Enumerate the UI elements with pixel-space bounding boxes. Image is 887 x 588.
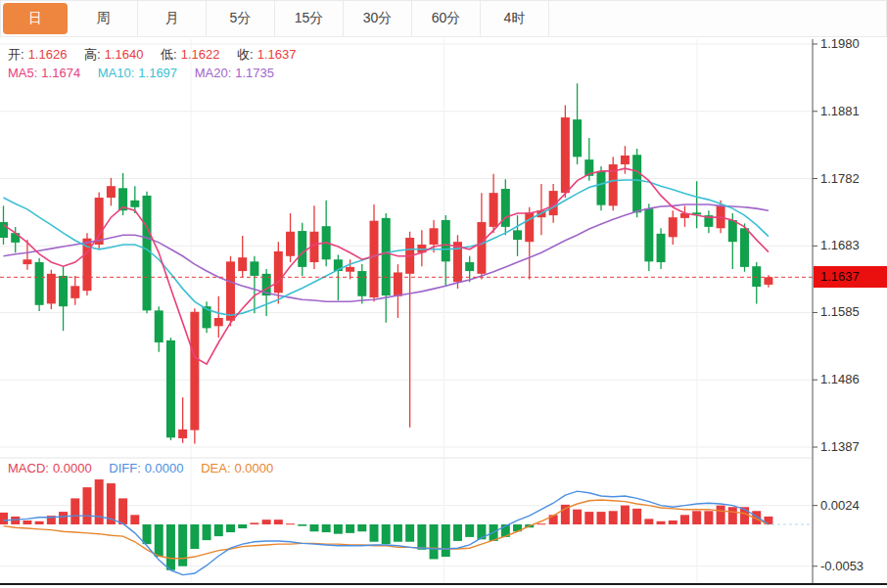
macd-bar <box>130 515 139 524</box>
close-value: 1.1637 <box>257 47 297 62</box>
price-axis-label: 1.1486 <box>820 372 860 386</box>
candle <box>657 234 666 262</box>
macd-bar <box>346 524 354 533</box>
macd-bar <box>286 523 295 524</box>
macd-bar <box>23 520 31 524</box>
macd-bar <box>394 524 402 542</box>
ma5-label: MA5: <box>8 66 37 80</box>
macd-bar <box>417 524 426 550</box>
candle <box>597 171 606 205</box>
candle <box>621 156 630 164</box>
macd-bar <box>238 524 247 528</box>
candle <box>740 228 749 267</box>
diff-label: DIFF: <box>109 461 141 475</box>
candle <box>669 217 677 237</box>
candle <box>644 208 653 261</box>
candle <box>442 220 450 261</box>
candle <box>190 312 199 430</box>
candle <box>490 193 498 227</box>
macd-bar <box>203 524 211 540</box>
low-label: 低: <box>161 47 177 62</box>
macd-bar <box>118 498 127 524</box>
macd-bar <box>669 520 677 524</box>
ma20-value: 1.1735 <box>235 66 274 80</box>
candle <box>130 201 139 207</box>
candle <box>752 266 761 287</box>
candle <box>561 117 570 193</box>
macd-bar <box>370 524 379 542</box>
high-value: 1.1640 <box>105 47 144 62</box>
macd-bar <box>334 524 343 534</box>
candle <box>764 277 772 285</box>
macd-bar <box>322 524 331 532</box>
macd-bar <box>190 524 199 549</box>
candle <box>178 430 187 438</box>
macd-bar <box>632 509 641 524</box>
candle <box>477 222 486 274</box>
price-axis-label: 1.1683 <box>820 238 860 252</box>
macd-bar <box>214 524 223 536</box>
tab-day[interactable]: 日 <box>3 3 68 34</box>
macd-bar <box>453 524 462 541</box>
chart-window: 日 周 月 5分 15分 30分 60分 4时 开:1.1626 高:1.164… <box>0 0 887 588</box>
ohlc-legend: 开:1.1626 高:1.1640 低:1.1622 收:1.1637 <box>8 46 300 64</box>
macd-bar <box>262 520 271 524</box>
ma-legend: MA5:1.1674 MA10:1.1697 MA20:1.1735 <box>8 66 278 80</box>
candle <box>47 274 56 304</box>
price-axis-label: 1.1881 <box>820 104 860 118</box>
candle <box>430 228 439 245</box>
macd-bar <box>298 524 306 526</box>
candle <box>155 310 163 342</box>
tab-week[interactable]: 周 <box>70 1 138 36</box>
candle <box>23 259 31 264</box>
macd-bar <box>178 524 187 566</box>
macd-bar <box>405 524 414 542</box>
candle <box>107 186 116 198</box>
macd-bar <box>597 512 606 524</box>
macd-axis-label: -0.0053 <box>820 559 864 573</box>
candle <box>70 286 79 298</box>
open-value: 1.1626 <box>28 47 68 62</box>
tab-5min[interactable]: 5分 <box>207 1 275 36</box>
candle <box>513 230 522 240</box>
tab-60min[interactable]: 60分 <box>412 1 481 36</box>
candle <box>35 262 44 305</box>
macd-label: MACD: <box>8 461 49 475</box>
ma10-value: 1.1697 <box>138 66 177 80</box>
close-label: 收: <box>237 47 254 62</box>
ma10-label: MA10: <box>98 66 135 80</box>
tab-month[interactable]: 月 <box>138 1 207 36</box>
macd-bar <box>35 521 44 524</box>
macd-bar <box>274 520 283 524</box>
ma5-value: 1.1674 <box>41 66 80 80</box>
macd-bar <box>442 524 450 557</box>
candle <box>357 271 366 296</box>
macd-bar <box>166 524 175 570</box>
tab-4hour[interactable]: 4时 <box>481 1 549 36</box>
chart-canvas[interactable] <box>0 0 887 588</box>
macd-bar <box>692 511 701 524</box>
candle <box>274 251 283 293</box>
low-value: 1.1622 <box>181 47 220 62</box>
macd-bar <box>573 510 582 524</box>
price-axis-label: 1.1980 <box>820 36 860 51</box>
last-price-badge: 1.1637 <box>814 266 887 288</box>
macd-bar <box>717 506 725 524</box>
high-label: 高: <box>84 47 101 62</box>
tab-30min[interactable]: 30分 <box>344 1 412 36</box>
candle <box>728 220 737 242</box>
macd-bar <box>609 511 618 524</box>
dea-value: 0.0000 <box>235 461 274 475</box>
candle <box>166 340 175 437</box>
macd-bar <box>82 487 91 524</box>
macd-bar <box>657 521 666 524</box>
macd-bar <box>644 519 653 524</box>
macd-bar <box>59 512 68 524</box>
macd-bar <box>621 506 630 524</box>
macd-bar <box>430 524 439 559</box>
candle <box>238 257 247 271</box>
candle <box>11 233 20 243</box>
candle <box>465 262 474 271</box>
price-axis-label: 1.1585 <box>820 304 860 319</box>
tab-15min[interactable]: 15分 <box>275 1 344 36</box>
